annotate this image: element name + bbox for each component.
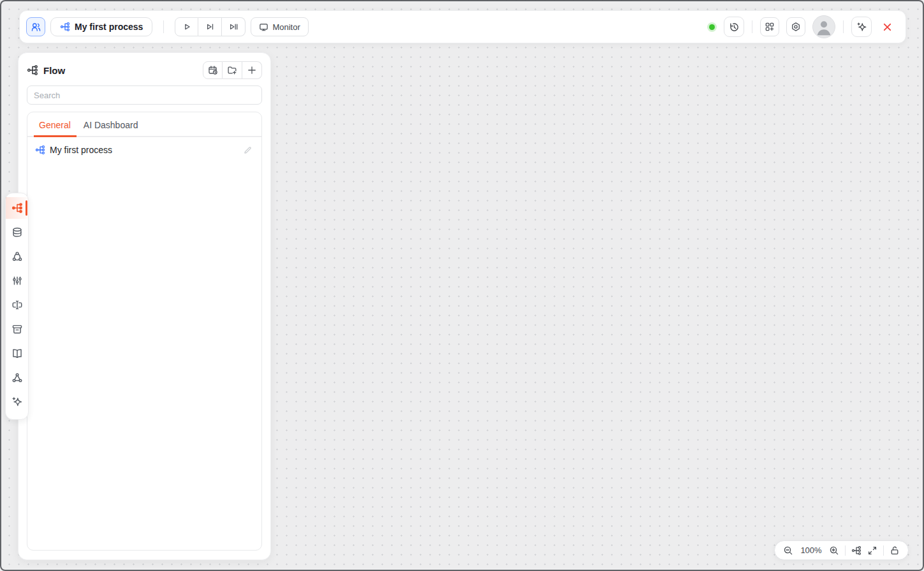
process-title: My first process [75,22,143,32]
flow-panel: Flow [18,52,271,560]
debug-run-icon [228,22,238,32]
new-folder-button[interactable] [223,61,242,79]
rail-item-archive[interactable] [6,318,28,340]
flow-icon [35,145,45,155]
run-next-button[interactable] [198,17,222,36]
users-button[interactable] [26,17,45,36]
toolbar-divider [843,20,844,33]
flow-overview-icon [851,545,862,556]
search-input[interactable] [27,85,262,105]
ai-sparkle-icon [11,396,23,408]
users-icon [31,22,41,33]
process-name: My first process [50,145,112,155]
topbar-right-group [709,15,895,38]
rail-item-book[interactable] [6,343,28,364]
apps-add-button[interactable] [760,17,779,36]
zoombar-divider [883,545,884,556]
panel-title: Flow [43,65,65,76]
search-wrap [18,85,270,105]
canvas-zoom-bar: 100% [774,540,909,560]
status-dot [709,24,715,30]
close-button[interactable] [879,19,895,35]
lock-canvas-button[interactable] [890,545,900,556]
rail-item-input-elements[interactable] [6,294,28,316]
run-button[interactable] [175,17,198,36]
toolbar-divider [752,20,752,33]
unlock-icon [890,545,900,556]
zoom-out-button[interactable] [783,545,793,556]
database-icon [11,226,23,238]
ai-sparkle-icon [856,22,867,33]
rail-item-sliders[interactable] [6,270,28,292]
schedule-button[interactable] [203,61,223,79]
flow-icon [27,64,38,76]
panel-action-group [203,61,262,79]
fit-view-button[interactable] [867,545,877,556]
sliders-icon [11,275,23,286]
tab-general[interactable]: General [39,112,71,136]
input-cursor-icon [11,299,23,311]
zoom-level: 100% [799,545,823,555]
ai-assistant-button[interactable] [851,17,872,37]
folder-plus-icon [227,65,237,75]
gear-icon [791,22,801,32]
process-list-item[interactable]: My first process [27,137,261,163]
flow-overview-button[interactable] [851,545,862,556]
zoom-in-button[interactable] [829,545,839,556]
history-button[interactable] [724,17,744,37]
settings-button[interactable] [786,17,805,36]
top-toolbar: My first process Monitor [19,10,906,43]
apps-add-icon [765,22,775,32]
monitor-button[interactable]: Monitor [251,17,308,36]
close-icon [882,22,893,33]
run-button-group [175,17,246,36]
zoombar-divider [845,545,846,556]
pencil-icon[interactable] [243,145,253,155]
left-icon-rail [5,193,29,420]
shared-nodes-icon [11,251,23,262]
rail-item-ai[interactable] [6,391,28,413]
rail-item-flow[interactable] [6,197,28,219]
history-icon [729,22,740,33]
rail-item-tri-nodes[interactable] [6,367,28,389]
run-next-icon [205,22,215,32]
zoom-out-icon [783,545,793,556]
flow-panel-header: Flow [18,53,270,85]
toolbar-divider [163,20,164,33]
flow-icon [60,22,70,32]
flow-list-container: General AI Dashboard My first process [27,112,262,551]
run-icon [182,22,192,32]
fit-view-icon [867,545,877,556]
new-flow-button[interactable] [242,61,262,79]
flow-tabs: General AI Dashboard [27,112,261,137]
plus-icon [247,65,257,75]
archive-icon [11,323,23,335]
tri-nodes-icon [11,372,23,383]
monitor-label: Monitor [272,22,300,32]
monitor-icon [259,22,268,32]
book-icon [11,348,23,359]
zoom-in-icon [829,545,839,556]
rail-item-shared-nodes[interactable] [6,246,28,267]
avatar[interactable] [812,15,835,38]
tab-ai-dashboard[interactable]: AI Dashboard [84,112,138,136]
flow-icon [11,202,23,214]
process-title-button[interactable]: My first process [50,17,152,36]
schedule-icon [208,65,218,75]
debug-run-button[interactable] [222,17,246,36]
rail-item-database[interactable] [6,221,28,243]
